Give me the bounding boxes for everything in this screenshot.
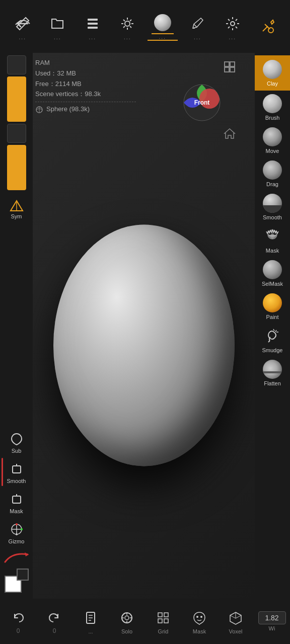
redo-icon	[45, 608, 64, 627]
undo-count: 0	[17, 627, 20, 634]
canvas-area[interactable]: RAM Used：32 MB Free：2114 MB Scene vertic…	[33, 53, 255, 599]
paint-label: Paint	[266, 314, 278, 320]
move-tool-button[interactable]: Move	[255, 124, 290, 157]
mask-bottom-label: Mask	[193, 628, 206, 634]
color-switcher[interactable]	[5, 569, 29, 593]
files-button[interactable]: ...	[42, 13, 72, 40]
svg-point-13	[268, 28, 273, 33]
svg-rect-2	[88, 27, 98, 29]
bottom-toolbar: 0 0 ...	[0, 599, 290, 644]
smooth-left-icon	[8, 460, 26, 478]
docs-button[interactable]: ...	[73, 608, 108, 634]
svg-line-9	[130, 26, 131, 28]
selmask-label: SelMask	[262, 281, 283, 287]
viewport-controls: Front	[209, 58, 250, 142]
brush-label: Brush	[265, 115, 280, 121]
gizmo-icon	[8, 520, 26, 538]
svg-rect-52	[164, 619, 168, 623]
svg-line-57	[236, 615, 241, 618]
svg-point-3	[125, 21, 130, 26]
svg-point-54	[200, 616, 202, 618]
svg-line-8	[123, 20, 125, 21]
navigate-dots: ...	[19, 35, 26, 40]
solo-button[interactable]: Solo	[109, 608, 144, 634]
drag-icon	[262, 160, 282, 180]
selmask-icon	[262, 260, 282, 280]
material-button[interactable]: ...	[148, 12, 178, 41]
smudge-tool-button[interactable]: Smudge	[255, 323, 290, 356]
solo-icon	[117, 608, 136, 627]
voxel-icon	[226, 608, 245, 627]
grid-button[interactable]: Grid	[146, 608, 181, 634]
smooth-label: Smooth	[263, 214, 282, 220]
grid-label: Grid	[158, 628, 169, 634]
navigate-icon	[12, 13, 34, 35]
drag-tool-button[interactable]: Drag	[255, 157, 290, 190]
right-sidebar: Clay Brush Move Drag Smooth	[255, 53, 290, 599]
mask-left-label: Mask	[10, 508, 23, 514]
free-info: Free：2114 MB	[35, 79, 136, 90]
brush-tool-button[interactable]: Brush	[255, 91, 290, 124]
pencil-button[interactable]: ...	[182, 13, 212, 40]
layers-dots: ...	[89, 35, 96, 40]
value-display[interactable]: 1.82 Wi	[254, 611, 289, 631]
expand-button[interactable]	[221, 58, 239, 76]
settings-button[interactable]: ...	[218, 13, 248, 40]
undo-button[interactable]: 0	[1, 608, 36, 634]
top-toolbar: ... ... ...	[0, 0, 290, 53]
tools-button[interactable]	[252, 16, 282, 38]
orientation-ball[interactable]: Front	[182, 83, 222, 123]
brush-value: 1.82	[258, 611, 286, 624]
selmask-tool-button[interactable]: SelMask	[255, 257, 290, 290]
used-info: Used：32 MB	[35, 68, 136, 79]
navigate-button[interactable]: ...	[8, 13, 38, 40]
docs-label: ...	[88, 628, 93, 634]
sub-icon	[8, 430, 26, 448]
svg-rect-0	[88, 19, 98, 21]
svg-line-11	[123, 26, 125, 28]
paint-tool-button[interactable]: Paint	[255, 290, 290, 323]
voxel-button[interactable]: Voxel	[218, 608, 253, 634]
brush-stroke	[3, 549, 30, 565]
wi-label: Wi	[269, 625, 275, 631]
mask-bottom-button[interactable]: Mask	[182, 608, 217, 634]
mask-left-button[interactable]: Mask	[2, 488, 32, 516]
home-button[interactable]	[221, 124, 239, 142]
svg-rect-27	[13, 496, 21, 503]
sub-button[interactable]: Sub	[2, 428, 32, 456]
flatten-icon	[262, 359, 282, 379]
move-label: Move	[266, 148, 279, 154]
flatten-tool-button[interactable]: Flatten	[255, 356, 290, 389]
smooth-left-label: Smooth	[7, 478, 26, 484]
layers-button[interactable]: ...	[78, 13, 108, 40]
svg-rect-25	[13, 466, 21, 473]
svg-point-32	[16, 523, 18, 525]
svg-rect-51	[158, 619, 162, 623]
mask-left-icon	[8, 490, 26, 508]
pencil-icon	[186, 13, 208, 35]
ram-label: RAM	[35, 58, 136, 68]
svg-rect-1	[88, 23, 98, 25]
redo-button[interactable]: 0	[37, 608, 72, 634]
svg-point-14	[36, 107, 42, 113]
clay-tool-button[interactable]: Clay	[255, 55, 290, 91]
solo-label: Solo	[121, 628, 132, 634]
mask-tool-button[interactable]: Mask	[255, 223, 290, 257]
svg-rect-50	[164, 613, 168, 617]
lighting-button[interactable]: ...	[112, 13, 142, 40]
files-icon	[46, 13, 68, 35]
svg-point-33	[21, 528, 23, 530]
smooth-left-button[interactable]: Smooth	[2, 458, 32, 486]
smooth-tool-button[interactable]: Smooth	[255, 190, 290, 223]
mask-icon	[262, 226, 282, 247]
svg-line-10	[130, 20, 131, 21]
gizmo-button[interactable]: Gizmo	[2, 518, 32, 546]
settings-dots: ...	[229, 35, 236, 40]
brush-icon	[262, 94, 282, 114]
material-dots: ...	[159, 34, 166, 40]
svg-rect-16	[225, 62, 229, 66]
clay-label: Clay	[267, 80, 278, 87]
gizmo-label: Gizmo	[9, 538, 25, 544]
settings-icon	[222, 13, 244, 35]
paint-icon	[262, 293, 282, 313]
